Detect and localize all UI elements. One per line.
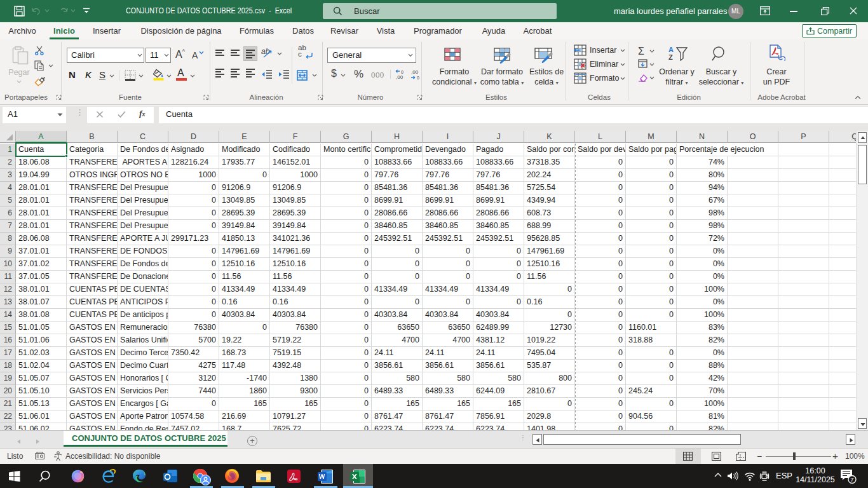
svg-text:,00: ,00 [396,74,403,80]
svg-text:7: 7 [850,476,853,483]
svg-text:,00: ,00 [411,69,419,75]
svg-text:0: 0 [417,76,419,80]
svg-text:0: 0 [401,70,403,74]
